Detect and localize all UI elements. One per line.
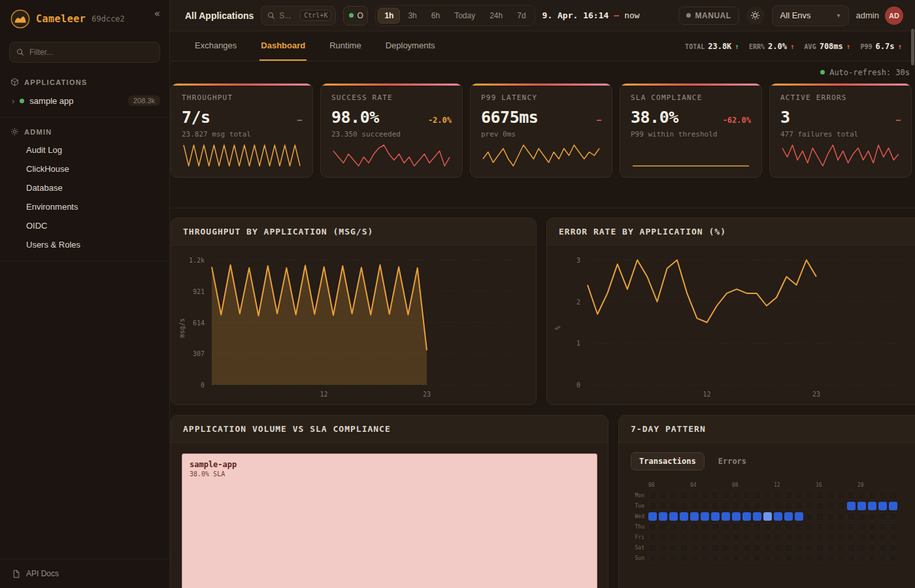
heatmap-cell[interactable]: [784, 523, 793, 531]
heatmap-cell[interactable]: [816, 554, 824, 563]
heatmap-cell[interactable]: [659, 523, 667, 531]
heatmap-cell[interactable]: [753, 533, 761, 542]
sidebar-item-oidc[interactable]: OIDC: [0, 216, 169, 235]
api-docs-link[interactable]: API Docs: [0, 559, 169, 588]
heatmap-cell[interactable]: [805, 544, 814, 552]
heatmap-cell[interactable]: [701, 512, 709, 521]
heatmap-cell[interactable]: [795, 533, 803, 542]
heatmap-cell[interactable]: [732, 554, 740, 563]
heatmap-cell[interactable]: [659, 491, 667, 500]
global-search[interactable]: Ctrl+K: [261, 6, 336, 25]
avatar[interactable]: AD: [885, 7, 903, 25]
heatmap-cell[interactable]: [648, 502, 657, 510]
heatmap-cell[interactable]: [774, 533, 782, 542]
heatmap-cell[interactable]: [742, 533, 751, 542]
heatmap-cell[interactable]: [784, 533, 793, 542]
heatmap-cell[interactable]: [774, 491, 782, 500]
heatmap-cell[interactable]: [680, 544, 688, 552]
heatmap-cell[interactable]: [711, 523, 720, 531]
heatmap-cell[interactable]: [763, 523, 772, 531]
heatmap-cell[interactable]: [659, 533, 667, 542]
heatmap-cell[interactable]: [753, 491, 761, 500]
heatmap-cell[interactable]: [659, 554, 667, 563]
expand-chevron-icon[interactable]: ›: [12, 96, 14, 106]
heatmap-tab-errors[interactable]: Errors: [710, 452, 755, 470]
heatmap-cell[interactable]: [763, 512, 772, 521]
heatmap-cell[interactable]: [837, 491, 845, 500]
heatmap-cell[interactable]: [774, 512, 782, 521]
environment-select[interactable]: All Envs ▾: [772, 5, 849, 26]
heatmap-cell[interactable]: [816, 523, 824, 531]
range-button-1h[interactable]: 1h: [378, 8, 400, 24]
heatmap-cell[interactable]: [648, 554, 657, 563]
heatmap-cell[interactable]: [805, 533, 814, 542]
heatmap-cell[interactable]: [837, 554, 845, 563]
heatmap-cell[interactable]: [878, 554, 887, 563]
heatmap-cell[interactable]: [732, 533, 740, 542]
heatmap-cell[interactable]: [701, 491, 709, 500]
heatmap-cell[interactable]: [784, 512, 793, 521]
heatmap-cell[interactable]: [648, 533, 657, 542]
treemap-rect[interactable]: sample-app 38.0% SLA: [182, 453, 597, 588]
heatmap-cell[interactable]: [690, 554, 699, 563]
range-button-24h[interactable]: 24h: [483, 8, 509, 24]
global-search-input[interactable]: [279, 11, 296, 20]
heatmap-cell[interactable]: [889, 502, 897, 510]
heatmap-cell[interactable]: [690, 523, 699, 531]
sidebar-item-database[interactable]: Database: [0, 178, 169, 197]
range-button-7d[interactable]: 7d: [510, 8, 532, 24]
heatmap-cell[interactable]: [742, 544, 751, 552]
heatmap-cell[interactable]: [784, 554, 793, 563]
heatmap-cell[interactable]: [669, 502, 678, 510]
heatmap-cell[interactable]: [722, 512, 730, 521]
heatmap-cell[interactable]: [857, 502, 866, 510]
heatmap-cell[interactable]: [847, 523, 856, 531]
heatmap-cell[interactable]: [784, 491, 793, 500]
range-button-3h[interactable]: 3h: [401, 8, 423, 24]
online-status-pill[interactable]: O: [343, 6, 368, 25]
range-button-today[interactable]: Today: [448, 8, 482, 24]
tab-exchanges[interactable]: Exchanges: [193, 31, 238, 61]
heatmap-cell[interactable]: [847, 512, 856, 521]
heatmap-cell[interactable]: [763, 491, 772, 500]
heatmap-cell[interactable]: [763, 502, 772, 510]
heatmap-cell[interactable]: [648, 491, 657, 500]
heatmap-cell[interactable]: [795, 502, 803, 510]
heatmap-cell[interactable]: [763, 544, 772, 552]
heatmap-cell[interactable]: [805, 523, 814, 531]
heatmap-cell[interactable]: [701, 533, 709, 542]
heatmap-cell[interactable]: [784, 502, 793, 510]
heatmap-cell[interactable]: [690, 533, 699, 542]
heatmap-cell[interactable]: [795, 544, 803, 552]
heatmap-cell[interactable]: [774, 544, 782, 552]
heatmap-cell[interactable]: [868, 554, 876, 563]
heatmap-cell[interactable]: [889, 544, 897, 552]
heatmap-cell[interactable]: [868, 512, 876, 521]
heatmap-cell[interactable]: [837, 544, 845, 552]
heatmap-cell[interactable]: [889, 491, 897, 500]
heatmap-cell[interactable]: [868, 544, 876, 552]
heatmap-cell[interactable]: [774, 523, 782, 531]
heatmap-cell[interactable]: [868, 523, 876, 531]
heatmap-cell[interactable]: [659, 544, 667, 552]
heatmap-cell[interactable]: [816, 502, 824, 510]
heatmap-cell[interactable]: [878, 491, 887, 500]
user-menu[interactable]: admin AD: [856, 7, 903, 25]
heatmap-cell[interactable]: [680, 512, 688, 521]
heatmap-cell[interactable]: [680, 523, 688, 531]
heatmap-cell[interactable]: [742, 512, 751, 521]
heatmap-cell[interactable]: [732, 523, 740, 531]
heatmap-cell[interactable]: [669, 491, 678, 500]
heatmap-cell[interactable]: [826, 533, 835, 542]
heatmap-cell[interactable]: [878, 512, 887, 521]
heatmap-cell[interactable]: [826, 491, 835, 500]
heatmap-cell[interactable]: [889, 512, 897, 521]
heatmap-cell[interactable]: [711, 502, 720, 510]
heatmap-cell[interactable]: [826, 554, 835, 563]
heatmap-cell[interactable]: [837, 502, 845, 510]
heatmap-cell[interactable]: [732, 544, 740, 552]
heatmap-cell[interactable]: [826, 502, 835, 510]
heatmap-cell[interactable]: [805, 554, 814, 563]
heatmap-cell[interactable]: [816, 533, 824, 542]
heatmap-cell[interactable]: [732, 512, 740, 521]
